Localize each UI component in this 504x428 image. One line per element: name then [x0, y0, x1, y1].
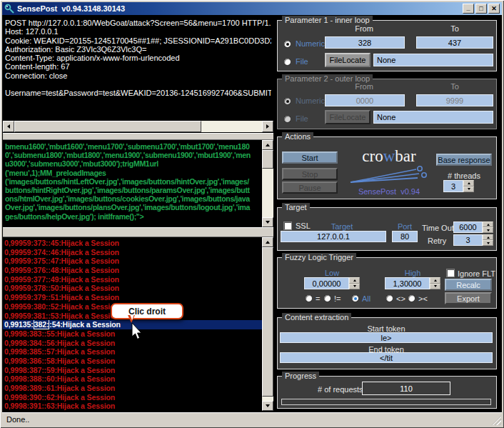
end-token-input[interactable]: </tit [280, 352, 493, 363]
flt-op-between-radio[interactable] [385, 294, 393, 302]
app-icon [4, 4, 14, 14]
scroll-down-button[interactable] [262, 401, 273, 411]
retry-up-button[interactable] [483, 234, 493, 240]
param1-to-input[interactable]: 437 [416, 36, 493, 49]
slingshot-icon [346, 166, 432, 184]
recalc-button[interactable]: Recalc [445, 279, 492, 291]
minimize-button[interactable]: _ [463, 4, 474, 14]
param1-file-radio[interactable] [283, 58, 291, 66]
scroll-right-button[interactable] [262, 121, 273, 132]
scroll-down-button[interactable] [262, 217, 273, 227]
result-row[interactable]: 0,9998:386::58:Hijack a Session [3, 357, 262, 366]
result-row[interactable]: 0,99959:379::51:Hijack a Session [3, 293, 262, 302]
results-vertical-scrollbar[interactable] [262, 237, 273, 411]
flt-op-notequal-radio[interactable] [323, 294, 331, 302]
retry-down-button[interactable] [483, 240, 493, 246]
start-button[interactable]: Start [282, 151, 338, 164]
response-line: ('menu',1);MM_preloadImages [5, 169, 260, 177]
timeout-label: Time Out [422, 224, 454, 232]
target-group: Target SSL Target 127.0.0.1 Port 80 Time… [277, 207, 497, 251]
target-input[interactable]: 127.0.0.1 [281, 231, 386, 242]
threads-down-button[interactable] [463, 186, 474, 193]
request-line: Content-Type: application/x-www-form-url… [5, 54, 271, 62]
result-row[interactable]: 0,9998:389::61:Hijack a Session [3, 384, 262, 393]
arrow-right-icon [266, 124, 269, 129]
request-line: Connection: close [5, 71, 271, 80]
result-row[interactable]: 0,99959:373::45:Hijack a Session [3, 239, 262, 248]
request-horizontal-scrollbar[interactable] [3, 121, 273, 132]
export-button[interactable]: Export [445, 292, 492, 304]
result-row[interactable]: 0,99959:377::49:Hijack a Session [3, 275, 262, 284]
splitter[interactable] [3, 227, 273, 237]
scrollbar-thumb[interactable] [262, 150, 273, 169]
param1-numeric-radio[interactable] [283, 40, 291, 48]
target-label: Target [299, 222, 385, 231]
scroll-left-button[interactable] [3, 121, 14, 132]
result-row[interactable]: 0,9998:385::57:Hijack a Session [3, 347, 262, 357]
flt-low-up-button[interactable] [349, 277, 360, 284]
response-line: u3000','submenu3000','mbut3000');trigMM1… [5, 159, 260, 168]
requests-label: # of requests [318, 385, 363, 394]
flt-high-value[interactable]: 1,30000 [385, 277, 430, 289]
result-row[interactable]: 0,99959:378::50:Hijack a Session [3, 284, 262, 293]
param1-filelocate-button[interactable]: FileLocate [325, 53, 371, 67]
pause-button: Pause [282, 181, 338, 194]
result-row[interactable]: 0,99959:375::47:Hijack a Session [3, 257, 262, 266]
flt-op-all-radio[interactable] [351, 294, 359, 302]
retry-value[interactable]: 3 [453, 234, 483, 246]
result-row[interactable]: 0,9998:387::59:Hijack a Session [3, 366, 262, 375]
start-token-input[interactable]: le> [280, 332, 493, 343]
result-row[interactable]: 0,9998:391::63:Hijack a Session [3, 402, 262, 411]
flt-op-equal-radio[interactable] [305, 294, 313, 302]
flt-high-label: High [385, 269, 440, 277]
close-button[interactable]: ✕ [488, 4, 500, 14]
retry-spinner[interactable]: 3 [453, 234, 493, 246]
timeout-spinner[interactable]: 6000 [453, 222, 493, 233]
resize-grip[interactable] [492, 416, 501, 425]
param1-numeric-label: Numeric [296, 39, 325, 48]
threads-up-button[interactable] [463, 180, 474, 186]
arrow-down-icon [266, 221, 270, 224]
timeout-up-button[interactable] [483, 222, 493, 227]
flt-low-label: Low [304, 269, 360, 277]
response-vertical-scrollbar[interactable] [262, 140, 273, 227]
param1-from-input[interactable]: 328 [325, 36, 405, 49]
annotation-callout: Clic droit [111, 303, 183, 319]
splitter[interactable] [3, 133, 273, 140]
threads-spinner[interactable]: 3 [443, 180, 474, 192]
result-row[interactable]: 0,99959:374::46:Hijack a Session [3, 248, 262, 257]
timeout-down-button[interactable] [483, 227, 493, 233]
ignore-flt-label: Ignore FLT [458, 269, 495, 278]
timeout-value[interactable]: 6000 [453, 222, 483, 233]
result-row[interactable]: 0,9998:390::62:Hijack a Session [3, 393, 262, 402]
flt-op-outside-radio[interactable] [408, 294, 415, 302]
flt-low-down-button[interactable] [349, 284, 360, 290]
port-input[interactable]: 80 [392, 231, 418, 242]
threads-value[interactable]: 3 [443, 180, 463, 192]
param1-file-input[interactable]: None [373, 54, 493, 66]
flt-low-spinner[interactable]: 0,00000 [304, 277, 360, 289]
result-row[interactable]: 0,9998:388::60:Hijack a Session [3, 374, 262, 384]
flt-high-spinner[interactable]: 1,30000 [385, 277, 440, 289]
maximize-button[interactable]: □ [475, 4, 487, 14]
result-row[interactable]: 0,99959:376::48:Hijack a Session [3, 266, 262, 275]
ignore-flt-checkbox[interactable] [446, 269, 455, 277]
flt-low-value[interactable]: 0,00000 [304, 277, 349, 289]
scrollbar-thumb[interactable] [262, 247, 273, 397]
flt-high-down-button[interactable] [430, 284, 440, 290]
flt-high-up-button[interactable] [430, 277, 440, 284]
http-response-textarea[interactable]: bmenu1600','mbut1600','menu1700','submen… [3, 140, 273, 227]
scrollbar-thumb[interactable] [14, 121, 201, 132]
scroll-up-button[interactable] [262, 237, 273, 247]
base-response-button[interactable]: Base response [436, 154, 492, 166]
scroll-up-button[interactable] [262, 140, 273, 150]
response-line: ges/buttons/helpOver.jpg'); initIframe()… [5, 212, 260, 221]
flt-op-outside-label: >< [418, 294, 428, 303]
content-extraction-title: Content extraction [282, 313, 351, 322]
request-line: Username=test&Password=test&WEAKID=20136… [5, 89, 271, 97]
param2-from-input: 0000 [325, 94, 405, 106]
stop-button: Stop [282, 168, 338, 180]
http-request-textarea[interactable]: POST http://127.0.0.1:80/WebGoat/attack?… [3, 16, 273, 121]
status-text: Done.. [6, 415, 29, 424]
ssl-checkbox[interactable] [283, 222, 292, 230]
